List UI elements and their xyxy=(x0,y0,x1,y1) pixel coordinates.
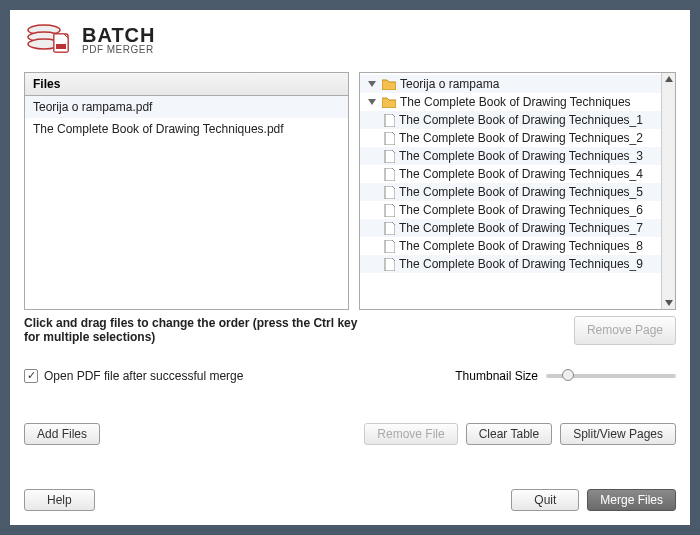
quit-button[interactable]: Quit xyxy=(511,489,579,511)
tree-page[interactable]: The Complete Book of Drawing Techniques_… xyxy=(360,183,675,201)
page-icon xyxy=(384,240,395,253)
tree-page-label: The Complete Book of Drawing Techniques_… xyxy=(399,203,643,217)
page-icon xyxy=(384,132,395,145)
files-panel: Files Teorija o rampama.pdf The Complete… xyxy=(24,72,349,310)
remove-page-button[interactable]: Remove Page xyxy=(574,316,676,345)
tree-page-label: The Complete Book of Drawing Techniques_… xyxy=(399,113,643,127)
tree-page[interactable]: The Complete Book of Drawing Techniques_… xyxy=(360,237,675,255)
add-files-button[interactable]: Add Files xyxy=(24,423,100,445)
app-header: BATCH PDF MERGER xyxy=(24,20,676,60)
file-row[interactable]: Teorija o rampama.pdf xyxy=(25,96,348,118)
tree-page-label: The Complete Book of Drawing Techniques_… xyxy=(399,239,643,253)
files-list[interactable]: Teorija o rampama.pdf The Complete Book … xyxy=(25,96,348,309)
folder-icon xyxy=(382,96,396,108)
tree-page-label: The Complete Book of Drawing Techniques_… xyxy=(399,221,643,235)
brand-title: BATCH xyxy=(82,25,156,45)
files-panel-header: Files xyxy=(25,73,348,96)
page-icon xyxy=(384,222,395,235)
svg-rect-4 xyxy=(56,44,66,49)
tree-page[interactable]: The Complete Book of Drawing Techniques_… xyxy=(360,201,675,219)
tree-page-label: The Complete Book of Drawing Techniques_… xyxy=(399,149,643,163)
pages-tree[interactable]: Teorija o rampama The Complete Book of D… xyxy=(360,73,675,309)
slider-handle[interactable] xyxy=(562,369,574,381)
file-actions-right: Remove File Clear Table Split/View Pages xyxy=(364,423,676,445)
options-row: Open PDF file after successful merge Thu… xyxy=(24,369,676,383)
tree-page-label: The Complete Book of Drawing Techniques_… xyxy=(399,185,643,199)
pages-panel: Teorija o rampama The Complete Book of D… xyxy=(359,72,676,310)
scroll-down-icon[interactable] xyxy=(665,300,673,306)
tree-folder[interactable]: The Complete Book of Drawing Techniques xyxy=(360,93,675,111)
thumbnail-size-label: Thumbnail Size xyxy=(455,369,538,383)
page-icon xyxy=(384,150,395,163)
disclosure-triangle-icon[interactable] xyxy=(368,99,376,105)
tree-folder-label: Teorija o rampama xyxy=(400,77,499,91)
app-window: BATCH PDF MERGER Files Teorija o rampama… xyxy=(10,10,690,525)
help-button[interactable]: Help xyxy=(24,489,95,511)
scroll-up-icon[interactable] xyxy=(665,76,673,82)
tree-page-label: The Complete Book of Drawing Techniques_… xyxy=(399,131,643,145)
panels: Files Teorija o rampama.pdf The Complete… xyxy=(24,72,676,310)
tree-page-label: The Complete Book of Drawing Techniques_… xyxy=(399,167,643,181)
file-row[interactable]: The Complete Book of Drawing Techniques.… xyxy=(25,118,348,140)
folder-icon xyxy=(382,78,396,90)
tree-page[interactable]: The Complete Book of Drawing Techniques_… xyxy=(360,111,675,129)
remove-file-button[interactable]: Remove File xyxy=(364,423,457,445)
brand-subtitle: PDF MERGER xyxy=(82,45,156,55)
page-icon xyxy=(384,114,395,127)
clear-table-button[interactable]: Clear Table xyxy=(466,423,552,445)
tree-page-label: The Complete Book of Drawing Techniques_… xyxy=(399,257,643,271)
page-icon xyxy=(384,168,395,181)
page-icon xyxy=(384,186,395,199)
file-actions-row: Add Files Remove File Clear Table Split/… xyxy=(24,423,676,445)
bottom-right: Quit Merge Files xyxy=(511,489,676,511)
brand-text: BATCH PDF MERGER xyxy=(82,25,156,55)
tree-page[interactable]: The Complete Book of Drawing Techniques_… xyxy=(360,219,675,237)
vertical-scrollbar[interactable] xyxy=(661,73,675,309)
page-icon xyxy=(384,204,395,217)
bottom-row: Help Quit Merge Files xyxy=(24,489,676,511)
open-after-merge-checkbox[interactable]: Open PDF file after successful merge xyxy=(24,369,243,383)
checkbox-label: Open PDF file after successful merge xyxy=(44,369,243,383)
tree-folder-label: The Complete Book of Drawing Techniques xyxy=(400,95,631,109)
split-view-pages-button[interactable]: Split/View Pages xyxy=(560,423,676,445)
tree-page[interactable]: The Complete Book of Drawing Techniques_… xyxy=(360,129,675,147)
tree-page[interactable]: The Complete Book of Drawing Techniques_… xyxy=(360,165,675,183)
tree-page[interactable]: The Complete Book of Drawing Techniques_… xyxy=(360,255,675,273)
app-logo-icon xyxy=(24,20,74,60)
disclosure-triangle-icon[interactable] xyxy=(368,81,376,87)
tree-page[interactable]: The Complete Book of Drawing Techniques_… xyxy=(360,147,675,165)
page-icon xyxy=(384,258,395,271)
merge-files-button[interactable]: Merge Files xyxy=(587,489,676,511)
checkbox-checked-icon[interactable] xyxy=(24,369,38,383)
tree-folder[interactable]: Teorija o rampama xyxy=(360,75,675,93)
thumbnail-size-slider[interactable] xyxy=(546,374,676,378)
thumbnail-size-control: Thumbnail Size xyxy=(455,369,676,383)
reorder-hint: Click and drag files to change the order… xyxy=(24,316,364,345)
below-panels-row: Click and drag files to change the order… xyxy=(24,316,676,345)
